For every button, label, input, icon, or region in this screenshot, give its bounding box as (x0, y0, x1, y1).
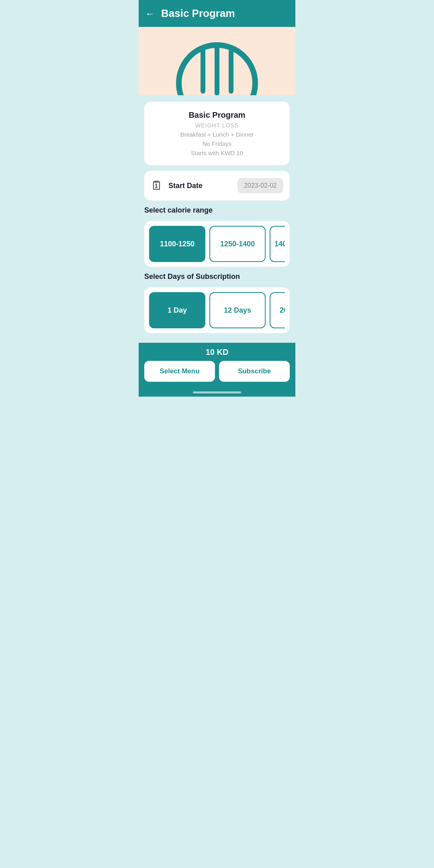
program-info-card: Basic Program WEIGHT LOSS Breakfast + Lu… (144, 102, 290, 165)
hero-banner (139, 27, 295, 95)
program-meals: Breakfast + Lunch + Dinner (151, 131, 283, 138)
calorie-options-card: 1100-1250 1250-1400 1400- (144, 221, 290, 267)
days-options-scroll: 1 Day 12 Days 26 (149, 292, 285, 328)
days-option-26[interactable]: 26 (270, 292, 285, 328)
home-indicator (139, 388, 295, 397)
select-menu-button[interactable]: Select Menu (144, 361, 215, 382)
program-no-fridays: No Fridays (151, 140, 283, 147)
program-type: WEIGHT LOSS (151, 122, 283, 129)
calorie-section-label: Select calorie range (144, 206, 290, 215)
days-option-12[interactable]: 12 Days (209, 292, 266, 328)
start-date-card[interactable]: 🗓 Start Date 2023-02-02 (144, 171, 290, 201)
back-button[interactable]: ← (145, 9, 155, 18)
days-option-1[interactable]: 1 Day (149, 292, 205, 328)
days-section: Select Days of Subscription (144, 272, 290, 282)
brand-logo (173, 31, 261, 95)
bottom-buttons: Select Menu Subscribe (144, 361, 290, 382)
calorie-option-1400-plus[interactable]: 1400- (270, 226, 285, 262)
header: ← Basic Program (139, 0, 295, 27)
program-name: Basic Program (151, 111, 283, 120)
date-left: 🗓 Start Date (151, 179, 203, 192)
price-label: 10 KD (144, 348, 290, 357)
calendar-icon: 🗓 (151, 179, 163, 192)
days-section-label: Select Days of Subscription (144, 272, 290, 281)
program-starts-with: Starts with KWD 10 (151, 149, 283, 156)
subscribe-button[interactable]: Subscribe (219, 361, 290, 382)
home-bar (193, 391, 241, 393)
calorie-section: Select calorie range (144, 206, 290, 215)
days-options-card: 1 Day 12 Days 26 (144, 287, 290, 333)
bottom-bar: 10 KD Select Menu Subscribe (139, 343, 295, 388)
calorie-option-1100-1250[interactable]: 1100-1250 (149, 226, 205, 262)
main-content: Basic Program WEIGHT LOSS Breakfast + Lu… (139, 95, 295, 340)
page-title: Basic Program (161, 7, 235, 20)
calorie-options-scroll: 1100-1250 1250-1400 1400- (149, 226, 285, 262)
start-date-label: Start Date (168, 182, 203, 190)
start-date-value[interactable]: 2023-02-02 (237, 178, 283, 193)
calorie-option-1250-1400[interactable]: 1250-1400 (209, 226, 266, 262)
